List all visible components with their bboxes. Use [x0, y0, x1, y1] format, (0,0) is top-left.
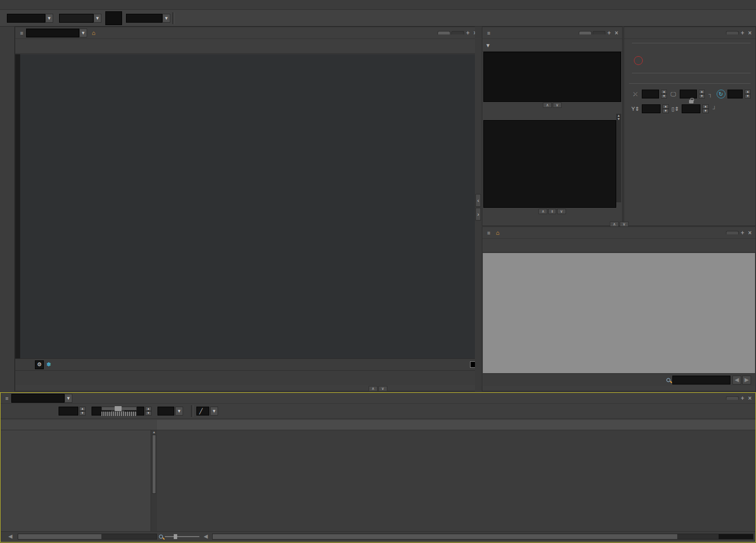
node-search-input[interactable] — [672, 376, 730, 384]
nav-fwd-icon[interactable]: ▶ — [742, 376, 751, 384]
line-style-arrow[interactable]: ▼ — [210, 407, 218, 415]
timeline-toolbar: ▲▼ ▲▼ ▲▼ ▼ ╱ ▼ — [0, 404, 756, 419]
frame-field[interactable] — [59, 407, 78, 415]
node-breadcrumb-bar: ◀ ▶ — [483, 373, 755, 386]
palettes-collapse-icon[interactable]: ▼ — [485, 42, 491, 48]
stop-spinner[interactable]: ▲▼ — [145, 407, 152, 415]
display-dropdown[interactable] — [126, 14, 162, 23]
offset-y-field[interactable] — [642, 104, 661, 113]
menubar — [0, 0, 756, 10]
v-splitter[interactable]: ‹ › — [475, 27, 482, 391]
tool-preset-dropdown[interactable] — [59, 14, 94, 23]
tool-preset-arrow[interactable]: ▼ — [94, 14, 101, 23]
collapse-left-icon[interactable]: ‹ — [475, 194, 481, 207]
offset-x-field[interactable] — [642, 90, 659, 98]
timeline-display-dropdown[interactable] — [11, 394, 64, 403]
colour-panel-scroll[interactable]: ∧‖∨ — [482, 208, 622, 215]
palette-list-scroll[interactable]: ∧∨ — [482, 102, 622, 108]
camera-display-dropdown[interactable] — [26, 29, 79, 37]
tp-close-view-icon[interactable]: × — [746, 30, 754, 36]
timeline-close-view-icon[interactable]: × — [746, 395, 754, 402]
space-dropdown-arrow[interactable]: ▼ — [45, 14, 53, 23]
node-home-icon[interactable]: ⌂ — [493, 228, 502, 237]
tracks-hscrollbar[interactable] — [212, 534, 754, 540]
timeline-ruler[interactable] — [157, 420, 756, 430]
layers-header — [1, 420, 157, 430]
scale-x-field[interactable] — [680, 90, 697, 98]
scene-artwork — [15, 54, 481, 358]
collapse-right-icon[interactable]: › — [475, 208, 481, 221]
tab-timeline[interactable] — [726, 396, 739, 400]
layer-list — [1, 430, 157, 531]
camera-view-header: ≡ ▼ ⌂ + × — [15, 27, 481, 39]
camera-view-panel: ≡ ▼ ⌂ + × ⚙ ✽ ∧∨ — [15, 27, 481, 391]
angle-spinner[interactable]: ▲▼ — [745, 90, 751, 98]
timeline-menu-icon[interactable]: ≡ — [2, 394, 11, 403]
volume-slider[interactable] — [101, 407, 137, 411]
scale-x-spinner[interactable]: ▲▼ — [699, 90, 705, 98]
palette-list — [483, 52, 621, 102]
harmony-app: { "accent": { "cyan": "#49b6d8", "select… — [0, 0, 756, 543]
nav-back-icon[interactable]: ◀ — [732, 376, 741, 384]
layers-scrollbar[interactable]: ▲ — [151, 430, 157, 531]
camera-canvas[interactable] — [15, 54, 481, 358]
colour-add-view-icon[interactable]: + — [605, 30, 613, 36]
display-dropdown-arrow[interactable]: ▼ — [162, 14, 170, 23]
node-view-panel: ≡ ⌂ + × ◀ ▶ — [482, 226, 756, 391]
timeline-bottom-right: ◀ — [157, 531, 756, 541]
offset-x-spinner[interactable]: ▲▼ — [661, 90, 667, 98]
tab-node-view[interactable] — [726, 231, 739, 234]
tools-toolbar — [0, 27, 15, 391]
colour-menu-icon[interactable]: ≡ — [484, 29, 493, 37]
node-add-view-icon[interactable]: + — [739, 229, 746, 236]
tracks-hscroll-left-icon[interactable]: ◀ — [201, 532, 210, 541]
scale-y-field[interactable] — [682, 104, 700, 113]
tp-add-view-icon[interactable]: + — [739, 30, 746, 36]
frame-spinner[interactable]: ▲▼ — [79, 407, 86, 415]
timeline-panel: ≡ ▼ + × ▲▼ ▲▼ ▲▼ ▼ ╱ ▼ ▲ — [0, 392, 756, 543]
scale-y-spinner[interactable]: ▲▼ — [702, 104, 709, 113]
camera-scroll-buttons: ∧∨ — [369, 386, 387, 391]
colour-panel: ≡ + × ▼ ∧∨ ▲▼ ∧‖∨ — [482, 27, 623, 226]
timeline-zoom-slider[interactable] — [165, 536, 199, 537]
offset-x-icon: ⤬ — [631, 90, 640, 98]
space-dropdown[interactable] — [7, 14, 45, 23]
node-search-icon — [666, 378, 670, 382]
scroll-down-icon[interactable]: ∨ — [378, 386, 387, 391]
node-close-view-icon[interactable]: × — [746, 229, 754, 236]
fps-dropdown-arrow[interactable]: ▼ — [175, 407, 183, 415]
swatch-scrollbar[interactable]: ▲▼ — [616, 114, 621, 202]
layers-hscroll-left-icon[interactable]: ◀ — [6, 532, 15, 541]
offset-y-spinner[interactable]: ▲▼ — [662, 104, 669, 113]
layers-hscrollbar[interactable] — [18, 534, 157, 540]
timeline-tracks[interactable] — [157, 430, 756, 531]
scale-lock-icon[interactable] — [689, 100, 693, 103]
camera-add-view-icon[interactable]: + — [464, 30, 472, 36]
camera-view-modes — [15, 370, 481, 385]
colour-close-view-icon[interactable]: × — [613, 30, 620, 36]
tab-colour[interactable] — [579, 31, 592, 34]
gear-icon[interactable]: ⚙ — [35, 360, 44, 369]
node-menu-icon[interactable]: ≡ — [484, 228, 493, 237]
angle-field[interactable] — [727, 90, 743, 98]
camera-toolbar — [15, 39, 481, 54]
camera-menu-icon[interactable]: ≡ — [17, 29, 26, 37]
fps-field[interactable] — [158, 407, 174, 415]
timeline-display-arrow[interactable]: ▼ — [64, 394, 72, 403]
tab-drawing[interactable] — [451, 31, 464, 34]
line-style-dropdown[interactable]: ╱ — [196, 407, 209, 415]
scroll-up-icon[interactable]: ∧ — [369, 386, 378, 391]
tab-camera[interactable] — [438, 31, 450, 34]
node-graph[interactable] — [483, 253, 755, 373]
home-icon[interactable]: ⌂ — [89, 29, 98, 37]
hide-manipulator-icon[interactable] — [634, 56, 643, 65]
tab-library[interactable] — [593, 31, 605, 34]
camera-display-arrow[interactable]: ▼ — [79, 29, 87, 37]
node-flower-icon: ✽ — [44, 360, 53, 369]
tab-tool-properties[interactable] — [726, 31, 739, 34]
timeline-bottom-left: ◀ — [1, 531, 157, 541]
easy-flip-icon[interactable] — [105, 11, 122, 25]
offset-y-icon: Y⇕ — [631, 104, 640, 113]
timeline-add-view-icon[interactable]: + — [739, 395, 746, 402]
timeline-zoom-icon — [159, 535, 163, 539]
